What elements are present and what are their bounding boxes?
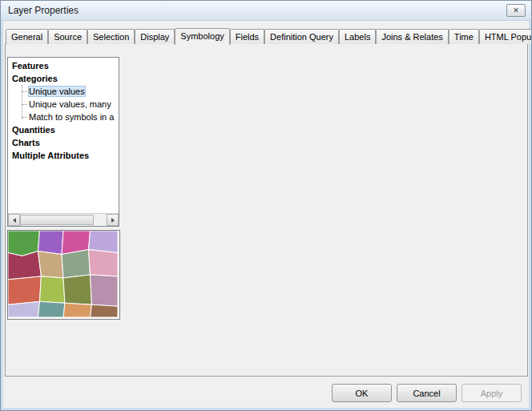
tree-item-unique-values-many[interactable]: Unique values, many bbox=[8, 98, 119, 111]
show-tree: Features Categories Unique values Unique… bbox=[7, 57, 119, 227]
tab-html-popup[interactable]: HTML Popup bbox=[479, 29, 532, 44]
tab-time[interactable]: Time bbox=[449, 29, 479, 44]
tree-item-charts[interactable]: Charts bbox=[8, 136, 119, 149]
tab-selection[interactable]: Selection bbox=[87, 29, 135, 44]
tree-item-multiple-attributes[interactable]: Multiple Attributes bbox=[8, 149, 119, 162]
tab-joins-relates[interactable]: Joins & Relates bbox=[376, 29, 448, 44]
apply-button[interactable]: Apply bbox=[461, 384, 522, 402]
scroll-thumb[interactable] bbox=[20, 215, 94, 225]
tab-symbology[interactable]: Symbology bbox=[175, 28, 229, 45]
map-preview bbox=[7, 230, 120, 320]
scroll-track[interactable] bbox=[94, 214, 107, 226]
map-svg bbox=[8, 231, 118, 317]
tab-definition-query[interactable]: Definition Query bbox=[264, 29, 339, 44]
tab-general[interactable]: General bbox=[6, 29, 48, 44]
titlebar[interactable]: Layer Properties ✕ bbox=[1, 1, 531, 21]
scroll-left-icon[interactable] bbox=[8, 214, 20, 226]
tab-source[interactable]: Source bbox=[48, 29, 87, 44]
tree-item-quantities[interactable]: Quantities bbox=[8, 123, 119, 136]
ok-button[interactable]: OK bbox=[332, 384, 392, 402]
tab-display[interactable]: Display bbox=[135, 29, 175, 44]
tree-item-features[interactable]: Features bbox=[8, 59, 119, 72]
scroll-right-icon[interactable] bbox=[107, 214, 119, 226]
close-button[interactable]: ✕ bbox=[506, 4, 526, 17]
tree-hscrollbar[interactable] bbox=[8, 213, 119, 226]
tree-item-categories[interactable]: Categories bbox=[8, 72, 119, 85]
tab-strip: General Source Selection Display Symbolo… bbox=[6, 27, 532, 44]
window-title: Layer Properties bbox=[8, 5, 79, 16]
tab-fields[interactable]: Fields bbox=[230, 29, 264, 44]
tree-item-match-symbols[interactable]: Match to symbols in a bbox=[8, 111, 119, 123]
tree-item-unique-values[interactable]: Unique values bbox=[8, 85, 119, 98]
cancel-button[interactable]: Cancel bbox=[397, 384, 457, 402]
tab-labels[interactable]: Labels bbox=[339, 29, 376, 44]
layer-properties-dialog: Layer Properties ✕ General Source Select… bbox=[0, 0, 532, 411]
close-icon: ✕ bbox=[513, 6, 519, 14]
